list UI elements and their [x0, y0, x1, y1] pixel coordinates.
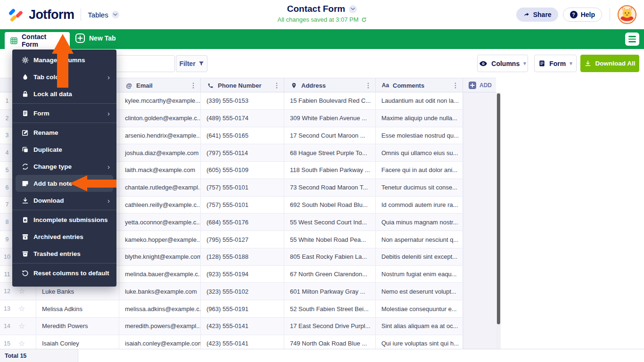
cell-email[interactable]: cathleen.reilly@example.c...	[119, 197, 201, 214]
cell-comments[interactable]: Maxime aliquip unde nulla...	[376, 110, 463, 127]
cell-address[interactable]: 309 White Fabien Avenue ...	[284, 110, 376, 127]
help-button[interactable]: ? Help	[563, 8, 602, 22]
cell-comments[interactable]: Esse molestiae nostrud qu...	[376, 127, 463, 144]
cell-email[interactable]: chantale.rutledge@exampl...	[119, 179, 201, 196]
cell-address[interactable]: 805 East Rocky Fabien La...	[284, 248, 376, 265]
cell-email[interactable]: laith.mack@example.com	[119, 162, 201, 179]
cell-address[interactable]: 55 West Second Court Ind...	[284, 214, 376, 230]
cell-phone[interactable]: (489) 555-0174	[201, 110, 284, 127]
cell-phone[interactable]: (963) 555-0191	[201, 300, 284, 317]
cell-comments[interactable]: Quia minus magnam nostr...	[376, 214, 463, 230]
column-menu-dots-icon[interactable]	[452, 82, 459, 89]
cell-comments[interactable]: Id commodi autem irure ra...	[376, 197, 463, 214]
row-number[interactable]: 14	[0, 318, 14, 335]
cell-comments[interactable]: Debitis deleniti sint except...	[376, 248, 463, 265]
cell-phone[interactable]: (641) 555-0165	[201, 127, 284, 144]
cell-phone[interactable]: (605) 555-0109	[201, 162, 284, 179]
download-all-button[interactable]: Download All	[580, 55, 639, 72]
cell-comments[interactable]: Nostrum fugiat enim eaqu...	[376, 266, 463, 283]
add-column-button[interactable]: ADD	[463, 78, 496, 92]
cell-phone[interactable]: (757) 555-0101	[201, 197, 284, 214]
cell-comments[interactable]: Facere qui in aut dolor ani...	[376, 162, 463, 179]
cell-email[interactable]: luke.banks@example.com	[119, 283, 201, 300]
cell-comments[interactable]: Omnis qui ullamco eius su...	[376, 144, 463, 161]
cell-phone[interactable]: (339) 555-0153	[201, 92, 284, 109]
cell-phone[interactable]: (923) 555-0194	[201, 266, 284, 283]
row-number[interactable]: 15	[0, 335, 14, 349]
cell-phone[interactable]: (423) 555-0141	[201, 335, 284, 349]
menu-item-rename[interactable]: Rename	[12, 124, 116, 141]
cell-comments[interactable]: Sint alias aliquam ea at oc...	[376, 318, 463, 335]
cell-comments[interactable]: Molestiae consequuntur e...	[376, 300, 463, 317]
scrollbar-thumb[interactable]	[497, 93, 500, 324]
menu-item-duplicate[interactable]: Duplicate	[12, 141, 116, 158]
star-icon[interactable]: ☆	[18, 288, 25, 295]
menu-item-incomplete-submissions[interactable]: Incomplete submissions	[12, 211, 116, 228]
cell-address[interactable]: 601 Milton Parkway Gray ...	[284, 283, 376, 300]
column-header-email[interactable]: @Email	[119, 78, 201, 92]
column-menu-dots-icon[interactable]	[364, 82, 372, 89]
cell-comments[interactable]: Tenetur ducimus sit conse...	[376, 179, 463, 196]
cell-address[interactable]: 67 North Green Clarendon...	[284, 266, 376, 283]
menu-item-download[interactable]: Download›	[12, 192, 116, 209]
column-header-address[interactable]: Address	[284, 78, 376, 92]
cell-email[interactable]: joshua.diaz@example.com	[119, 144, 201, 161]
cell-name[interactable]: Isaiah Conley	[36, 335, 119, 349]
cell-comments[interactable]: Non aspernatur nesciunt q...	[376, 231, 463, 248]
cell-address[interactable]: 55 White Nobel Road Pea...	[284, 231, 376, 248]
column-menu-dots-icon[interactable]	[190, 82, 197, 89]
cell-address[interactable]: 118 South Fabien Parkway ...	[284, 162, 376, 179]
cell-comments[interactable]: Nemo est deserunt volupt...	[376, 283, 463, 300]
cell-phone[interactable]: (128) 555-0188	[201, 248, 284, 265]
cell-email[interactable]: melissa.adkins@example.c...	[119, 300, 201, 317]
menu-item-form[interactable]: Form›	[12, 105, 116, 122]
cell-address[interactable]: 17 Second Court Maroon ...	[284, 127, 376, 144]
cell-email[interactable]: kylee.mccarthy@example....	[119, 92, 201, 109]
cell-address[interactable]: 15 Fabien Boulevard Red C...	[284, 92, 376, 109]
cell-email[interactable]: isaiah.conley@example.com	[119, 335, 201, 349]
form-label: Form	[549, 60, 566, 67]
cell-email[interactable]: melinda.bauer@example.c...	[119, 266, 201, 283]
cell-name[interactable]: Melissa Adkins	[36, 300, 119, 317]
column-header-phone-number[interactable]: Phone Number	[201, 78, 284, 92]
cell-email[interactable]: kameko.hopper@example....	[119, 231, 201, 248]
cell-phone[interactable]: (684) 555-0176	[201, 214, 284, 230]
cell-address[interactable]: 68 Hague Street Purple To...	[284, 144, 376, 161]
cell-phone[interactable]: (323) 555-0102	[201, 283, 284, 300]
cell-phone[interactable]: (797) 555-0114	[201, 144, 284, 161]
cell-address[interactable]: 17 East Second Drive Purpl...	[284, 318, 376, 335]
row-number[interactable]: 13	[0, 300, 14, 317]
cell-name[interactable]: Meredith Powers	[36, 318, 119, 335]
menu-item-reset-columns-to-default[interactable]: Reset columns to default	[12, 264, 116, 281]
menu-item-lock-all-data[interactable]: Lock all data	[12, 85, 116, 102]
hamburger-menu-button[interactable]	[625, 33, 639, 46]
cell-address[interactable]: 749 North Oak Road Blue ...	[284, 335, 376, 349]
chevron-right-icon: ›	[107, 109, 110, 117]
column-header-comments[interactable]: AaComments	[376, 78, 463, 92]
menu-item-label: Add tab note	[33, 180, 73, 187]
cell-email[interactable]: clinton.golden@example.c...	[119, 110, 201, 127]
cell-address[interactable]: 52 South Fabien Street Bei...	[284, 300, 376, 317]
cell-phone[interactable]: (423) 555-0141	[201, 318, 284, 335]
menu-item-archived-entries[interactable]: Archived entries	[12, 228, 116, 245]
column-menu-dots-icon[interactable]	[273, 82, 280, 89]
vertical-scrollbar[interactable]	[496, 92, 501, 349]
cell-email[interactable]: meredith.powers@exampl...	[119, 318, 201, 335]
cell-address[interactable]: 73 Second Road Maroon T...	[284, 179, 376, 196]
cell-email[interactable]: blythe.knight@example.com	[119, 248, 201, 265]
star-icon[interactable]: ☆	[18, 322, 25, 330]
cell-email[interactable]: arsenio.hendrix@example....	[119, 127, 201, 144]
cell-address[interactable]: 692 South Nobel Road Blu...	[284, 197, 376, 214]
cell-phone[interactable]: (795) 555-0127	[201, 231, 284, 248]
cell-comments[interactable]: Qui iure voluptas sint qui h...	[376, 335, 463, 349]
form-button[interactable]: Form ▾	[534, 55, 577, 72]
menu-item-trashed-entries[interactable]: Trashed entries	[12, 245, 116, 262]
star-icon[interactable]: ☆	[18, 340, 25, 347]
avatar[interactable]	[618, 5, 636, 24]
menu-item-change-type[interactable]: Change type›	[12, 158, 116, 175]
cell-email[interactable]: yetta.oconnor@example.c...	[119, 214, 201, 230]
cell-phone[interactable]: (757) 555-0101	[201, 179, 284, 196]
cell-comments[interactable]: Laudantium aut odit non la...	[376, 92, 463, 109]
share-button[interactable]: Share	[516, 8, 558, 22]
star-icon[interactable]: ☆	[18, 305, 25, 313]
